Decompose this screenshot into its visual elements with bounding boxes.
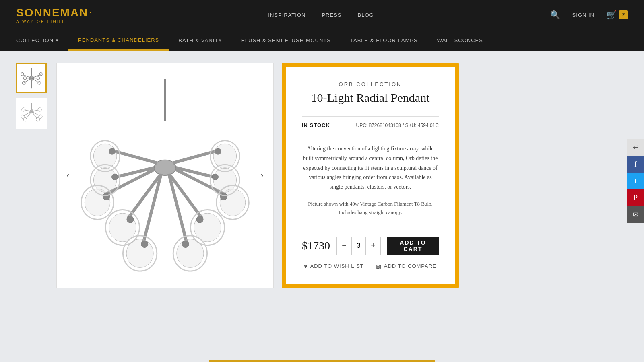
svg-line-26 [31,111,37,119]
logo-brand: SONNEMAN [16,6,88,19]
nav-inspiration[interactable]: INSPIRATION [268,12,305,18]
sign-in-button[interactable]: SIGN IN [572,12,594,18]
product-image [68,75,262,276]
subnav-pendants[interactable]: PENDANTS & CHANDELIERS [68,30,169,51]
svg-line-16 [23,111,31,116]
svg-point-17 [21,115,24,118]
svg-point-5 [39,72,42,75]
svg-line-34 [173,150,219,163]
bottom-bar [209,360,435,362]
product-price: $1730 [302,239,330,252]
svg-line-24 [26,111,31,119]
sub-nav: COLLECTION ▾ PENDANTS & CHANDELIERS BATH… [0,30,644,51]
heart-icon: ♥ [304,263,308,269]
collection-label: ORB COLLECTION [302,81,439,87]
cart-button[interactable]: 🛒 2 [607,10,628,20]
subnav-flush[interactable]: FLUSH & SEMI-FLUSH MOUNTS [232,30,341,51]
in-stock-label: IN STOCK [302,122,330,128]
logo-tagline: A WAY OF LIGHT [16,19,92,24]
quantity-decrease-button[interactable]: − [337,237,351,255]
svg-point-19 [38,115,42,118]
svg-point-45 [220,193,227,200]
thumbnail-list [16,63,48,288]
svg-point-60 [177,239,204,267]
quantity-control: − 3 + [336,237,381,255]
header-right: 🔍 SIGN IN 🛒 2 [550,10,628,20]
nav-press[interactable]: PRESS [322,12,341,18]
svg-point-41 [103,193,109,200]
svg-point-23 [38,107,41,111]
quantity-increase-button[interactable]: + [366,237,380,255]
subnav-table[interactable]: TABLE & FLOOR LAMPS [341,30,427,51]
svg-point-25 [23,117,27,121]
pinterest-button[interactable]: P [627,189,644,206]
image-prev-button[interactable]: ‹ [61,168,75,183]
subnav-collection[interactable]: COLLECTION ▾ [16,30,68,51]
facebook-button[interactable]: f [627,156,644,173]
product-title: 10-Light Radial Pendant [302,90,439,105]
divider [302,228,439,228]
logo[interactable]: SONNEMAN· A WAY OF LIGHT [16,6,92,24]
add-to-cart-button[interactable]: ADD TO CART [387,237,439,255]
image-next-button[interactable]: › [255,168,269,183]
svg-point-65 [112,174,118,180]
svg-point-61 [182,241,189,247]
svg-point-33 [109,148,115,154]
svg-point-64 [93,168,117,192]
svg-point-27 [36,117,39,121]
svg-line-18 [31,111,39,116]
svg-point-7 [22,81,25,84]
sku-info: UPC: 872681043108 / SKU: 4594.01C [356,123,439,128]
add-to-wish-list-button[interactable]: ♥ ADD TO WISH LIST [304,263,364,269]
header: SONNEMAN· A WAY OF LIGHT INSPIRATION PRE… [0,0,644,30]
cart-icon: 🛒 [607,10,617,20]
nav-blog[interactable]: BLOG [358,12,374,18]
product-note: Picture shown with 40w Vintage Carbon Fi… [302,200,439,217]
thumbnail-1[interactable] [16,63,47,93]
product-info-panel: ORB COLLECTION 10-Light Radial Pendant I… [282,63,459,288]
add-to-compare-button[interactable]: ▩ ADD TO COMPARE [376,263,437,269]
share-button[interactable]: ↩ [627,139,644,156]
svg-point-49 [127,216,134,223]
main-content: ‹ [0,51,644,300]
svg-point-37 [215,148,221,154]
add-to-cart-row: $1730 − 3 + ADD TO CART [302,237,439,255]
svg-point-56 [126,239,153,267]
svg-line-30 [111,150,157,163]
svg-point-69 [212,174,218,180]
search-icon[interactable]: 🔍 [550,10,560,20]
social-sidebar: ↩ f t P ✉ [627,139,644,223]
svg-point-21 [21,107,25,111]
subnav-wall[interactable]: WALL SCONCES [427,30,493,51]
quantity-value: 3 [351,237,366,255]
header-nav: INSPIRATION PRESS BLOG [268,12,374,18]
chevron-down-icon: ▾ [56,38,59,43]
svg-point-53 [196,216,203,223]
email-button[interactable]: ✉ [627,206,644,223]
product-meta: IN STOCK UPC: 872681043108 / SKU: 4594.0… [302,116,439,134]
compare-icon: ▩ [376,263,382,269]
product-description: Altering the convention of a lighting fi… [302,144,439,192]
logo-dot: · [89,6,92,19]
svg-point-3 [21,72,23,75]
cart-badge: 2 [619,10,628,19]
svg-point-68 [213,168,237,192]
twitter-button[interactable]: t [627,173,644,189]
product-image-area: ‹ [56,63,274,288]
svg-point-9 [38,81,41,84]
subnav-bath[interactable]: BATH & VANITY [169,30,232,51]
svg-point-57 [141,241,148,247]
product-info-inner: ORB COLLECTION 10-Light Radial Pendant I… [286,67,455,284]
wish-compare-row: ♥ ADD TO WISH LIST ▩ ADD TO COMPARE [302,263,439,269]
thumbnail-2[interactable] [16,98,47,129]
